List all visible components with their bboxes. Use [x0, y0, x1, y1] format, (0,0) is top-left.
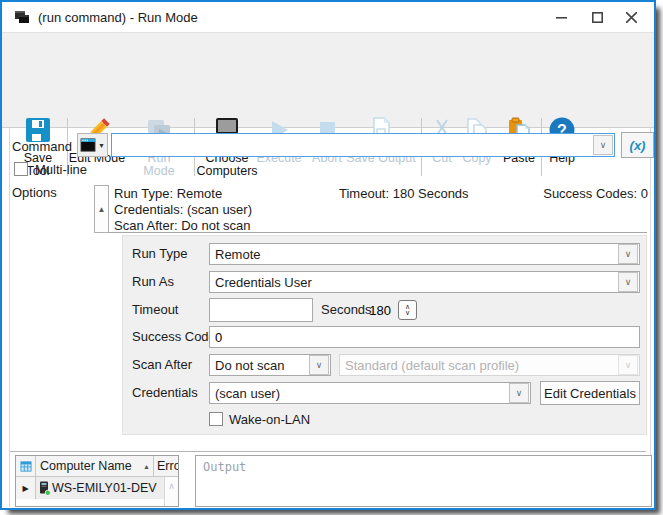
credentials-select[interactable]: (scan user) ∨ — [209, 382, 531, 404]
chevron-down-icon: ∨ — [405, 310, 410, 316]
run-type-label: Run Type — [132, 246, 187, 261]
summary-separator — [109, 232, 647, 233]
options-collapse-button[interactable]: ▲ — [94, 185, 109, 233]
run-as-label: Run As — [132, 274, 174, 289]
sort-ascending-icon: ▲ — [143, 463, 153, 470]
row-selector-icon: ▶ — [22, 484, 28, 493]
summary-success-codes: Success Codes: 0 — [452, 186, 648, 201]
computer-name: WS-EMILY01-DEV — [52, 481, 157, 495]
multi-line-label: Multi-line — [35, 162, 87, 177]
chevron-down-icon[interactable]: ∨ — [309, 355, 329, 375]
minimize-button[interactable] — [542, 2, 580, 32]
command-type-button[interactable]: ▼ — [77, 133, 108, 157]
column-header-error[interactable]: Error — [154, 456, 179, 477]
chevron-down-icon[interactable]: ∨ — [618, 244, 638, 264]
output-panel — [195, 455, 652, 507]
column-header-computer-name[interactable]: Computer Name ▲ — [36, 456, 154, 477]
command-combobox[interactable]: ∨ — [111, 133, 615, 157]
summary-run-type: Run Type: Remote — [114, 186, 222, 201]
scan-after-select[interactable]: Do not scan ∨ — [209, 354, 331, 376]
success-codes-input[interactable] — [210, 330, 639, 345]
title-bar: (run command) - Run Mode — [2, 2, 654, 32]
computer-icon — [36, 481, 52, 495]
bottom-separator — [10, 451, 646, 452]
close-icon — [626, 12, 637, 23]
app-window: (run command) - Run Mode Tools Edit Opti… — [0, 0, 656, 510]
maximize-icon — [592, 12, 603, 23]
chevron-up-icon: ▲ — [98, 205, 106, 214]
edit-credentials-button[interactable]: Edit Credentials — [540, 381, 640, 405]
row-selector[interactable]: ▶ — [16, 477, 36, 499]
chevron-down-icon: ▼ — [98, 142, 105, 149]
summary-timeout: Timeout: 180 Seconds — [339, 186, 469, 201]
summary-credentials: Credentials: (scan user) — [114, 202, 252, 217]
chevron-down-icon[interactable]: ∨ — [618, 272, 638, 292]
multi-line-checkbox[interactable] — [14, 162, 28, 176]
table-icon — [20, 461, 32, 472]
chevron-down-icon[interactable]: ∨ — [593, 135, 613, 155]
credentials-label: Credentials — [132, 385, 198, 400]
summary-scan-after: Scan After: Do not scan — [114, 218, 251, 233]
run-type-select[interactable]: Remote ∨ — [209, 243, 640, 265]
output-textarea[interactable] — [196, 456, 651, 506]
wake-on-lan-checkbox[interactable] — [209, 412, 223, 426]
toolbar: Save Tool Edit Mode Run Mode Choose Comp… — [2, 58, 654, 128]
timeout-unit-label: Seconds — [321, 302, 372, 317]
insert-variable-button[interactable]: (x) — [621, 132, 654, 158]
chevron-down-icon[interactable]: ∨ — [509, 383, 529, 403]
chevron-down-icon: ∨ — [618, 355, 638, 375]
command-label: Command — [12, 139, 72, 154]
success-codes-field — [209, 326, 640, 348]
window-title: (run command) - Run Mode — [38, 10, 198, 25]
grid-scrollbar[interactable]: ∧ — [164, 477, 178, 506]
menu-bar: Tools Edit Options Help — [2, 32, 654, 58]
client-edge — [650, 128, 651, 507]
run-as-select[interactable]: Credentials User ∨ — [209, 271, 640, 293]
wake-on-lan-label: Wake-on-LAN — [229, 412, 310, 427]
options-panel: Run Type Remote ∨ Run As Credentials Use… — [122, 235, 647, 435]
scan-after-label: Scan After — [132, 357, 192, 372]
table-row[interactable]: WS-EMILY01-DEV — [36, 477, 164, 499]
app-icon — [14, 9, 30, 28]
maximize-button[interactable] — [578, 2, 616, 32]
options-label: Options — [12, 185, 57, 200]
minimize-icon — [556, 12, 567, 23]
timeout-stepper[interactable]: ∧ ∨ — [398, 300, 417, 320]
computer-grid: Computer Name ▲ Error ▶ WS-EMILY01-DEV ∧ — [15, 455, 179, 507]
scroll-up-icon: ∧ — [168, 481, 175, 491]
console-icon — [80, 138, 96, 152]
scan-profile-select: Standard (default scan profile) ∨ — [339, 354, 640, 376]
close-button[interactable] — [612, 2, 650, 32]
timeout-label: Timeout — [132, 302, 178, 317]
command-input[interactable] — [112, 136, 592, 154]
grid-corner-button[interactable] — [16, 456, 36, 477]
timeout-field: ∧ ∨ — [209, 298, 313, 322]
